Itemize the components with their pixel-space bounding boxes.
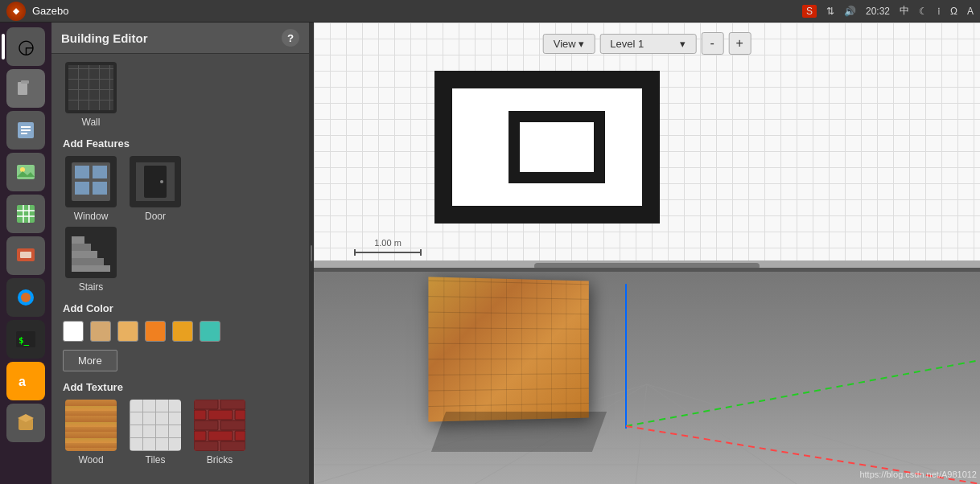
panel-title: Building Editor — [61, 31, 147, 45]
svg-rect-52 — [194, 441, 218, 451]
dock-item-presentation[interactable] — [6, 236, 45, 275]
color-swatch-white[interactable] — [63, 321, 84, 342]
wall-item[interactable]: Wall — [63, 62, 119, 128]
wall-3d — [428, 277, 588, 421]
svg-rect-24 — [75, 166, 89, 178]
help-button[interactable]: ? — [282, 29, 299, 47]
moon-icon: ☾ — [919, 6, 928, 17]
wood-label: Wood — [78, 454, 103, 466]
add-features-title: Add Features — [63, 137, 298, 150]
wall-shadow — [431, 412, 607, 452]
svg-text:a: a — [19, 375, 26, 388]
add-color-title: Add Color — [63, 302, 298, 314]
svg-rect-14 — [20, 252, 31, 258]
dock-item-ubuntu[interactable]: ◶ — [6, 27, 45, 66]
alpha-icon: A — [967, 6, 974, 17]
window-item[interactable]: Window — [63, 156, 119, 222]
bricks-texture-icon — [194, 400, 245, 451]
wood-texture-icon — [65, 400, 117, 451]
view-controls: View ▾ Level 1 ▾ - + — [543, 32, 751, 55]
svg-rect-47 — [194, 420, 218, 430]
wall-label: Wall — [82, 117, 101, 128]
dock-item-package[interactable] — [6, 404, 45, 442]
add-texture-title: Add Texture — [63, 381, 298, 393]
features-grid: Window Door — [63, 156, 298, 222]
outer-wall — [434, 71, 660, 224]
speaker-icon: 🔊 — [844, 6, 856, 17]
wall-section: Wall — [63, 62, 298, 128]
dock-item-text[interactable] — [6, 111, 45, 150]
zoom-out-button[interactable]: - — [701, 32, 723, 55]
svg-rect-29 — [75, 178, 107, 182]
view-dropdown-button[interactable]: View ▾ — [543, 34, 595, 54]
svg-rect-49 — [194, 431, 206, 441]
vertical-resize-handle[interactable] — [314, 268, 980, 272]
color-swatch-orange[interactable] — [145, 321, 166, 342]
stairs-item[interactable]: Stairs — [63, 227, 119, 293]
stairs-label: Stairs — [79, 281, 104, 293]
svg-rect-50 — [208, 431, 233, 441]
wall-texture-lines — [428, 277, 588, 421]
svg-rect-38 — [72, 251, 97, 258]
tiles-texture-icon — [130, 400, 181, 451]
app-title: Gazebo — [32, 5, 69, 17]
more-button[interactable]: More — [63, 350, 117, 371]
svg-point-16 — [21, 293, 31, 302]
color-swatch-amber[interactable] — [172, 321, 193, 342]
window-label: Window — [74, 211, 109, 222]
svg-rect-26 — [75, 182, 89, 195]
panel-resize-handle[interactable] — [309, 23, 314, 484]
dock-item-firefox[interactable] — [6, 278, 45, 317]
color-swatch-teal[interactable] — [200, 321, 220, 342]
svg-line-60 — [636, 384, 647, 484]
app-icon: ◆ — [6, 2, 26, 21]
building-editor-panel: Building Editor ? Wall Add Features — [51, 23, 309, 484]
dock-item-amazon[interactable]: a — [6, 362, 45, 400]
texture-tiles[interactable]: Tiles — [127, 400, 183, 466]
stairs-icon — [65, 227, 117, 278]
topbar-right: S ⇅ 🔊 20:32 中 ☾ ⁞ Ω A — [802, 4, 980, 18]
svg-rect-42 — [194, 400, 218, 409]
window-icon — [65, 156, 117, 207]
svg-line-61 — [647, 384, 797, 484]
svg-rect-1 — [21, 80, 29, 84]
svg-rect-53 — [220, 441, 245, 451]
building-2d — [434, 71, 660, 224]
dots-icon: ⁞ — [937, 6, 941, 17]
floor-grid — [314, 272, 980, 484]
svg-point-34 — [160, 180, 163, 183]
panel-header: Building Editor ? — [51, 23, 309, 54]
omega-icon: Ω — [950, 6, 957, 17]
time-display: 20:32 — [866, 6, 890, 17]
url-watermark: https://blog.csdn.net/A981012 — [859, 470, 977, 479]
scale-label: 1.00 m — [374, 238, 401, 248]
viewport: View ▾ Level 1 ▾ - + 1.00 m — [314, 23, 980, 484]
floor-3d — [314, 272, 980, 484]
ime-badge: S — [802, 5, 817, 18]
panel-content: Wall Add Features — [51, 54, 309, 482]
door-item[interactable]: Door — [127, 156, 183, 222]
svg-rect-33 — [144, 166, 167, 170]
dock-item-spreadsheet[interactable] — [6, 195, 45, 233]
bottom-view-3d[interactable]: Building is View Only https://blog.csdn.… — [314, 272, 980, 484]
color-swatches — [63, 321, 298, 342]
texture-wood[interactable]: Wood — [63, 400, 119, 466]
level-dropdown[interactable]: Level 1 ▾ — [599, 34, 696, 54]
door-icon — [130, 156, 181, 207]
svg-rect-36 — [72, 265, 110, 272]
dock-item-files[interactable] — [6, 69, 45, 108]
zoom-in-button[interactable]: + — [728, 32, 751, 55]
svg-rect-6 — [17, 165, 35, 179]
scale-ruler: 1.00 m — [354, 238, 422, 256]
lang-icon: 中 — [900, 4, 909, 18]
svg-rect-48 — [220, 420, 245, 430]
color-swatch-tan[interactable] — [90, 321, 111, 342]
dock-item-images[interactable] — [6, 153, 45, 191]
svg-rect-45 — [208, 410, 233, 420]
svg-text:$_: $_ — [19, 335, 30, 346]
dock-item-terminal[interactable]: $_ — [6, 320, 45, 359]
color-swatch-orange-light[interactable] — [117, 321, 138, 342]
texture-bricks[interactable]: Bricks — [191, 400, 248, 466]
stairs-section: Stairs — [63, 227, 298, 293]
svg-rect-0 — [18, 82, 27, 95]
